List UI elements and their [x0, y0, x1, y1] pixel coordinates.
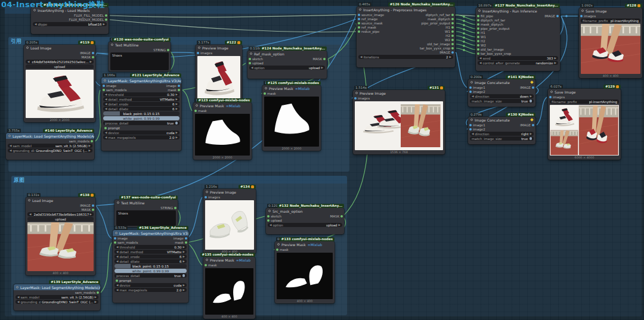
widget-max-megapixels[interactable]: ◀max_megapixels2.0▶ — [114, 288, 187, 292]
widget-detail-dilate[interactable]: ◀detail_dilate6▶ — [103, 107, 179, 111]
text-multiline-input[interactable]: Shoes — [116, 210, 176, 226]
node-136[interactable]: 0.533s#136 LayerStyle_AdvanceLayerMask: … — [113, 230, 188, 303]
widget-white-point-slider[interactable]: white_point: 0.99 0.99 — [103, 116, 179, 120]
collapse-toggle-icon[interactable] — [28, 199, 30, 201]
widget-seed[interactable]: ◀seed383▶ — [478, 56, 558, 60]
input-port-images[interactable] — [197, 52, 199, 54]
input-port-images[interactable] — [205, 196, 207, 198]
input-port-images[interactable] — [354, 97, 357, 100]
node-123[interactable]: 1.104s#123 comfyui-mixlab-nodesPreview M… — [193, 102, 252, 160]
input-port-images[interactable] — [549, 96, 552, 98]
node-130[interactable]: 0.279s#130 KJNodesImage Concatenateimage… — [468, 117, 535, 144]
input-port-W1[interactable] — [477, 36, 479, 38]
widget-direction[interactable]: ◀directiondown▶ — [470, 94, 534, 98]
node-editor-canvas[interactable]: 04-Insert Anything换鞋 引用原图7.603s#118 Node… — [0, 0, 644, 320]
output-port-MASK[interactable] — [92, 56, 94, 58]
output-port-IMAGE[interactable] — [532, 124, 534, 126]
widget-device[interactable]: ◀devicecuda▶ — [103, 131, 179, 135]
input-port-old_tar_image[interactable] — [477, 48, 479, 51]
collapse-toggle-icon[interactable] — [206, 259, 208, 261]
output-port-IMAGE[interactable] — [92, 204, 94, 207]
node-121[interactable]: 1.166s#121 LayerStyle_AdvanceLayerMask: … — [101, 77, 181, 151]
output-port-MASK[interactable] — [340, 215, 343, 218]
output-port-sam_models[interactable] — [97, 291, 99, 294]
input-port-sketch[interactable] — [249, 58, 251, 60]
node-132[interactable]: 0.120s#132 Node_Nunchaku_InsertAny...Src… — [266, 208, 344, 234]
widget-device[interactable]: ◀devicecuda▶ — [114, 283, 187, 287]
widget-sam-model[interactable]: ◀sam_modelsam_vit_h (2.56GB)▶ — [16, 295, 98, 299]
input-port-H2[interactable] — [477, 40, 479, 42]
node-122[interactable]: 3.177s#122Preview Imageimages — [196, 45, 242, 101]
collapse-toggle-icon[interactable] — [277, 243, 280, 246]
collapse-toggle-icon[interactable] — [265, 87, 267, 89]
input-port-image1[interactable] — [469, 124, 472, 126]
input-port-image2[interactable] — [469, 91, 472, 93]
collapse-toggle-icon[interactable] — [26, 46, 29, 49]
widget-detail-erode[interactable]: ◀detail_erode6▶ — [103, 102, 179, 106]
input-port-pipe_prior_output[interactable] — [477, 27, 479, 30]
collapse-toggle-icon[interactable] — [581, 10, 584, 12]
output-port-mask[interactable] — [185, 241, 187, 244]
widget-iterations[interactable]: ◀iterations2▶ — [358, 55, 453, 59]
collapse-toggle-icon[interactable] — [550, 91, 553, 93]
output-port-STRING[interactable] — [167, 49, 169, 51]
collapse-toggle-icon[interactable] — [470, 119, 473, 121]
node-141[interactable]: 0.200s#141 KJNodesImage Concatenateimage… — [468, 79, 535, 107]
widget-control-after-generate[interactable]: ◀control_after_generaterandomize▶ — [478, 61, 558, 65]
input-port-mask[interactable] — [205, 264, 207, 266]
input-port-image[interactable] — [103, 85, 105, 87]
collapse-toggle-icon[interactable] — [196, 104, 198, 107]
collapse-toggle-icon[interactable] — [268, 210, 271, 212]
widget-sam-model[interactable]: ◀sam_modelsam_vit_h (2.56GB)▶ — [8, 144, 92, 148]
output-port-mask[interactable] — [178, 89, 180, 91]
collapse-toggle-icon[interactable] — [111, 44, 113, 46]
node-125[interactable]: 1.310s#125 comfyui-mixlab-nodesPreview M… — [262, 85, 321, 151]
collapse-toggle-icon[interactable] — [104, 79, 106, 82]
output-port-FLUX_FILL_MODEL[interactable] — [105, 14, 107, 17]
widget-filename-prefix[interactable]: filename_prefixpl-insertAnything — [581, 18, 640, 23]
collapse-toggle-icon[interactable] — [470, 81, 473, 83]
input-port-source_mask[interactable] — [358, 22, 360, 24]
node-131[interactable]: 1.514s#131Preview Imageimages 1536 × 768 — [353, 90, 445, 154]
output-port-mask_diptych[interactable] — [451, 18, 454, 20]
widget-match-image-size-toggle[interactable]: match_image_sizetrue — [470, 136, 534, 141]
node-120[interactable]: 0.127s#120 was-node-suite-comfyuiText Mu… — [109, 42, 171, 72]
widget-option[interactable]: ◀optionupload▶ — [249, 66, 325, 70]
input-port-ref_image[interactable] — [358, 18, 360, 20]
widget-image[interactable]: ◀image2a0d3190cb673bcb6bbec186317...▶ — [27, 212, 94, 216]
node-128[interactable]: 1.092s#128Save Imageimagesfilename_prefi… — [579, 8, 642, 78]
input-port-source_image[interactable] — [358, 14, 360, 16]
node-140[interactable]: 3.755s#140 LayerStyle_AdvanceLayerMask: … — [6, 133, 94, 160]
node-134[interactable]: 1.216s#134Preview Imageimages 400 × 400 — [203, 189, 256, 254]
widget-max-megapixels[interactable]: ◀max_megapixels2.0▶ — [103, 135, 179, 139]
widget-filename-prefix[interactable]: filename_prefixpl-insertAnything — [550, 100, 619, 104]
collapse-toggle-icon[interactable] — [115, 232, 117, 234]
widget-black-point-slider[interactable]: black_point: 0.15 0.15 — [103, 111, 179, 116]
output-port-old_tar_image[interactable] — [451, 43, 454, 45]
widget-detail-dilate[interactable]: ◀detail_dilate6▶ — [114, 259, 187, 263]
node-138[interactable]: 0.131s#138Load ImageIMAGEMASK◀image2a0d3… — [26, 197, 95, 275]
input-port-image2[interactable] — [469, 128, 472, 131]
output-port-IMAGE[interactable] — [92, 52, 94, 54]
widget-grounding-dino-model[interactable]: ◀grounding_dino_modelGroundingDINO_SwinT… — [8, 148, 92, 153]
widget-image[interactable]: ◀imagec64dbf3d48bfe2521692503a9ec...▶ — [26, 60, 94, 64]
widget-detail-method[interactable]: ◀detail_methodVITMatte▶ — [114, 250, 187, 254]
output-port-W1[interactable] — [451, 30, 454, 33]
collapse-toggle-icon[interactable] — [198, 46, 200, 49]
input-port-mask_diptych[interactable] — [477, 23, 479, 26]
widget-process-detail-toggle[interactable]: process_detailtrue — [103, 121, 179, 125]
node-135[interactable]: 1.824s#135 comfyui-mixlab-nodesPreview M… — [203, 257, 255, 319]
collapse-toggle-icon[interactable] — [478, 10, 481, 12]
output-port-IMAGE[interactable] — [556, 15, 559, 17]
widget-dtype[interactable]: ◀dtypebfloat16▶ — [33, 22, 107, 26]
group-header[interactable] — [8, 37, 349, 45]
input-port-H1[interactable] — [477, 32, 479, 34]
node-139[interactable]: #139 LayerStyle_AdvanceLayerMask: Load S… — [14, 284, 100, 310]
group-header[interactable] — [11, 176, 347, 184]
widget-option[interactable]: ◀optionupload▶ — [268, 223, 342, 227]
output-port-diptych_ref_tar[interactable] — [451, 14, 454, 16]
input-port-sam_models[interactable] — [114, 241, 116, 244]
widget-detail-method[interactable]: ◀detail_methodVITMatte▶ — [103, 97, 179, 101]
input-port-redux_pipe[interactable] — [358, 30, 360, 33]
collapse-toggle-icon[interactable] — [355, 92, 358, 94]
